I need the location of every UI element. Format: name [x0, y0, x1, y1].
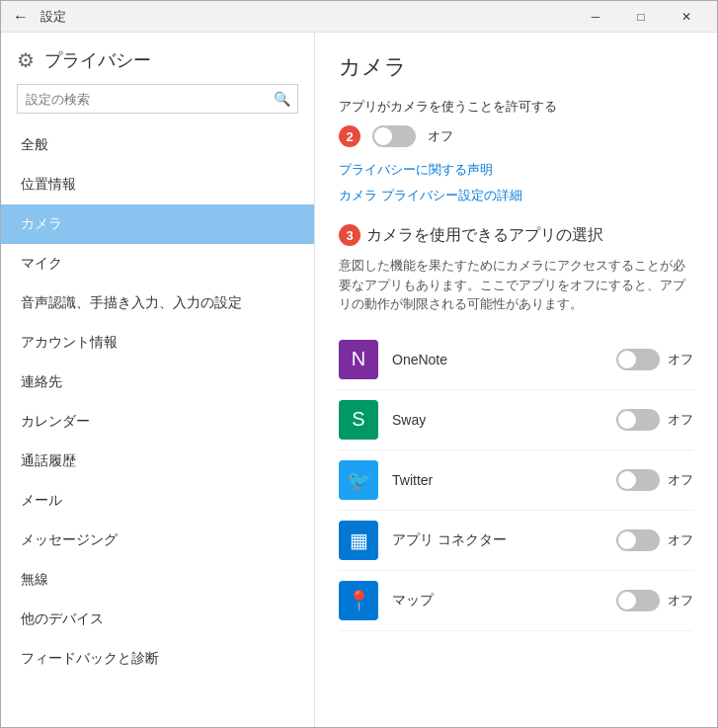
- page-title: カメラ: [339, 52, 693, 82]
- onenote-toggle[interactable]: [616, 349, 660, 370]
- connector-toggle-label: オフ: [668, 531, 693, 549]
- detail-link[interactable]: カメラ プライバシー設定の詳細: [339, 187, 693, 204]
- app-list: NOneNoteオフSSwayオフ🐦Twitterオフ▦アプリ コネクターオフ📍…: [339, 330, 693, 631]
- sway-toggle-knob: [618, 411, 636, 429]
- app-row-maps: 📍マップオフ: [339, 571, 693, 631]
- connector-toggle-knob: [618, 531, 636, 549]
- maps-toggle-knob: [618, 592, 636, 609]
- titlebar-title: 設定: [40, 8, 66, 26]
- onenote-toggle-knob: [618, 351, 636, 368]
- maps-toggle-wrap: オフ: [616, 590, 693, 611]
- maps-icon: 📍: [339, 581, 378, 620]
- sidebar-item-messaging[interactable]: メッセージング: [1, 521, 314, 560]
- close-button[interactable]: ✕: [664, 1, 709, 33]
- sidebar-item-general[interactable]: 全般: [1, 125, 314, 165]
- main-toggle-row: 2 オフ: [339, 125, 693, 147]
- connector-icon: ▦: [339, 521, 378, 560]
- window: ← 設定 ─ □ ✕ ⚙ プライバシー 🔍 全般位置情報カメラマイク音声認識、手…: [0, 0, 718, 728]
- step-2-badge: 2: [339, 125, 360, 147]
- content-area: ⚙ プライバシー 🔍 全般位置情報カメラマイク音声認識、手描き入力、入力の設定ア…: [1, 33, 717, 727]
- connector-toggle[interactable]: [616, 529, 660, 551]
- onenote-name: OneNote: [392, 352, 616, 367]
- app-row-connector: ▦アプリ コネクターオフ: [339, 511, 693, 571]
- maps-toggle[interactable]: [616, 590, 660, 611]
- sidebar-item-devices[interactable]: 他のデバイス: [1, 600, 314, 639]
- sidebar-nav: 全般位置情報カメラマイク音声認識、手描き入力、入力の設定アカウント情報連絡先カレ…: [1, 125, 314, 679]
- main-content: カメラ アプリがカメラを使うことを許可する 2 オフ プライバシーに関する声明 …: [315, 33, 717, 727]
- sidebar-header: ⚙ プライバシー: [1, 33, 314, 84]
- sidebar-item-calendar[interactable]: カレンダー: [1, 402, 314, 442]
- privacy-link[interactable]: プライバシーに関する声明: [339, 161, 693, 179]
- toggle-knob: [374, 127, 392, 145]
- window-controls: ─ □ ✕: [573, 1, 709, 33]
- app-row-sway: SSwayオフ: [339, 390, 693, 450]
- maps-name: マップ: [392, 592, 616, 609]
- app-row-onenote: NOneNoteオフ: [339, 330, 693, 390]
- section-heading: 3 カメラを使用できるアプリの選択: [339, 224, 693, 246]
- onenote-icon: N: [339, 340, 378, 379]
- twitter-toggle[interactable]: [616, 469, 660, 491]
- search-icon: 🔍: [274, 91, 290, 107]
- sway-name: Sway: [392, 412, 616, 428]
- sidebar-title: プライバシー: [44, 48, 151, 72]
- titlebar: ← 設定 ─ □ ✕: [1, 1, 717, 33]
- main-toggle-label: オフ: [428, 127, 453, 145]
- sidebar-item-camera[interactable]: カメラ: [1, 204, 314, 244]
- onenote-toggle-label: オフ: [668, 351, 693, 368]
- step-3-badge: 3: [339, 224, 360, 246]
- back-button[interactable]: ←: [9, 5, 33, 29]
- sidebar-item-contacts[interactable]: 連絡先: [1, 363, 314, 402]
- sidebar-item-speech[interactable]: 音声認識、手描き入力、入力の設定: [1, 283, 314, 323]
- maps-toggle-label: オフ: [668, 592, 693, 609]
- connector-toggle-wrap: オフ: [616, 529, 693, 551]
- sidebar-item-account[interactable]: アカウント情報: [1, 323, 314, 363]
- minimize-button[interactable]: ─: [573, 1, 618, 33]
- sway-toggle-label: オフ: [668, 411, 693, 429]
- sway-icon: S: [339, 400, 378, 440]
- sidebar-item-microphone[interactable]: マイク: [1, 244, 314, 283]
- sidebar-search-container: 🔍: [17, 84, 298, 114]
- settings-icon: ⚙: [17, 48, 35, 72]
- twitter-toggle-knob: [618, 471, 636, 489]
- twitter-name: Twitter: [392, 472, 616, 488]
- app-row-twitter: 🐦Twitterオフ: [339, 450, 693, 511]
- allow-label: アプリがカメラを使うことを許可する: [339, 98, 693, 116]
- sidebar: ⚙ プライバシー 🔍 全般位置情報カメラマイク音声認識、手描き入力、入力の設定ア…: [1, 33, 315, 727]
- sidebar-item-email[interactable]: メール: [1, 481, 314, 521]
- twitter-icon: 🐦: [339, 460, 378, 500]
- onenote-toggle-wrap: オフ: [616, 349, 693, 370]
- sway-toggle-wrap: オフ: [616, 409, 693, 431]
- sidebar-item-wireless[interactable]: 無線: [1, 560, 314, 600]
- section-title: カメラを使用できるアプリの選択: [366, 225, 603, 246]
- sway-toggle[interactable]: [616, 409, 660, 431]
- search-input[interactable]: [17, 84, 298, 114]
- connector-name: アプリ コネクター: [392, 531, 616, 549]
- sidebar-item-call_history[interactable]: 通話履歴: [1, 442, 314, 481]
- twitter-toggle-wrap: オフ: [616, 469, 693, 491]
- section-desc: 意図した機能を果たすためにカメラにアクセスすることが必要なアプリもあります。ここ…: [339, 256, 693, 314]
- sidebar-item-location[interactable]: 位置情報: [1, 165, 314, 204]
- main-toggle[interactable]: [372, 125, 416, 147]
- maximize-button[interactable]: □: [618, 1, 664, 33]
- twitter-toggle-label: オフ: [668, 471, 693, 489]
- sidebar-item-feedback[interactable]: フィードバックと診断: [1, 639, 314, 679]
